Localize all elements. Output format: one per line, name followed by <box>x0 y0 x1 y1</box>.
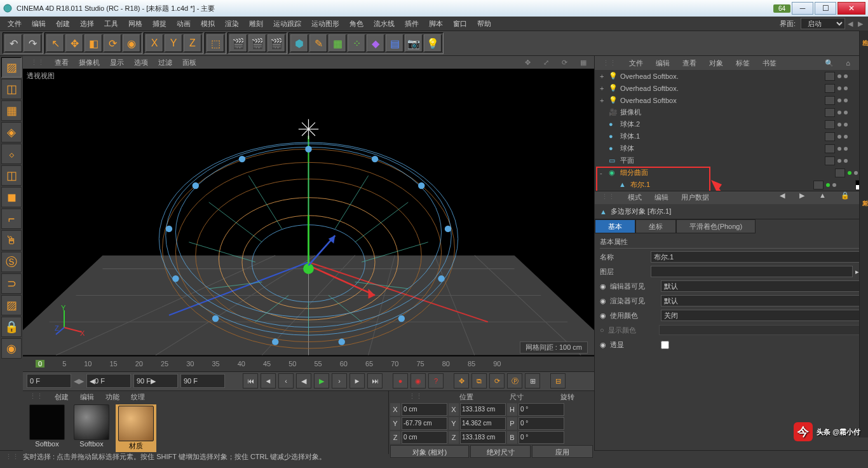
vmenu-display[interactable]: 显示 <box>105 58 129 67</box>
mm-grip-icon[interactable]: ⋮⋮ <box>24 392 48 402</box>
om-object[interactable]: 对象 <box>704 57 728 69</box>
mm-tex[interactable]: 纹理 <box>126 392 150 402</box>
size-z-input[interactable] <box>460 431 506 444</box>
move-tool[interactable]: ✥ <box>65 34 83 52</box>
tab-coord[interactable]: 坐标 <box>635 219 676 233</box>
menu-mesh[interactable]: 网格 <box>123 18 147 30</box>
tree-row[interactable]: ●球体.1 <box>595 130 868 142</box>
pos-y-input[interactable] <box>402 417 447 430</box>
next-key-button[interactable]: ► <box>349 373 365 389</box>
xray-checkbox[interactable] <box>661 341 669 349</box>
menu-edit[interactable]: 编辑 <box>27 18 51 30</box>
tree-row[interactable]: +💡Overhead Softbox.⋮ <box>595 70 868 82</box>
timeline[interactable]: 0510 152025 303540 455055 606570 758085 … <box>23 356 594 371</box>
magnet-button[interactable]: ⊃ <box>1 273 22 294</box>
mm-create[interactable]: 创建 <box>50 392 74 402</box>
select-vis-button[interactable]: ▨ <box>1 295 22 315</box>
vmenu-view[interactable]: 查看 <box>50 58 74 67</box>
menu-plugin[interactable]: 插件 <box>400 18 424 30</box>
axis-x-button[interactable]: X <box>146 34 163 52</box>
render-pv-button[interactable]: 🎬 <box>248 34 266 52</box>
timeline-button[interactable]: ⊟ <box>550 373 566 389</box>
material-item[interactable]: 材质 <box>116 404 156 452</box>
play-button[interactable]: ▶ <box>314 373 329 389</box>
menu-anim[interactable]: 动画 <box>172 18 196 30</box>
current-frame[interactable]: 0 F <box>27 374 71 388</box>
tab-basic[interactable]: 基本 <box>595 219 635 233</box>
snap-button[interactable]: Ⓢ <box>1 252 22 272</box>
tree-row[interactable]: +💡Overhead Softbox.⋮ <box>595 82 868 94</box>
start-frame[interactable]: 0 F <box>95 377 105 385</box>
om-view[interactable]: 查看 <box>677 57 702 69</box>
layout-next-icon[interactable]: ▶ <box>855 20 865 28</box>
tree-row[interactable]: ●球体.2 <box>595 118 868 130</box>
keysel-button[interactable]: ? <box>428 373 444 389</box>
vmenu-panel[interactable]: 面板 <box>177 58 201 67</box>
lock-button[interactable]: 🔒 <box>1 317 22 337</box>
record-button[interactable]: ● <box>393 373 408 389</box>
play-back-button[interactable]: ◀ <box>296 373 311 389</box>
array-button[interactable]: ⁘ <box>348 34 365 52</box>
am-edit[interactable]: 编辑 <box>648 191 675 204</box>
am-up-icon[interactable]: ▲ <box>813 190 832 200</box>
rot-p-input[interactable] <box>519 417 564 430</box>
tweak-mode-button[interactable]: 🖱 <box>1 230 22 251</box>
menu-role[interactable]: 角色 <box>344 18 369 30</box>
vp-layout-icon[interactable]: ▦ <box>575 59 592 67</box>
vmenu-filter[interactable]: 过滤 <box>153 58 177 67</box>
make-editable-button[interactable]: ▨ <box>1 57 22 78</box>
tree-row[interactable]: ▲布尔.1 <box>595 179 868 191</box>
goto-start-button[interactable]: ⏮ <box>243 373 258 389</box>
am-userdata[interactable]: 用户数据 <box>675 191 715 204</box>
menu-window[interactable]: 窗口 <box>448 18 472 30</box>
expand-icon[interactable]: + <box>600 97 606 104</box>
menu-help[interactable]: 帮助 <box>472 18 496 30</box>
last-tool[interactable]: ◉ <box>123 34 140 52</box>
render-vis-radio[interactable]: ◉ <box>600 297 606 305</box>
prev-key-button[interactable]: ◄ <box>261 373 276 389</box>
expand-icon[interactable]: - <box>600 169 606 177</box>
material-item[interactable]: Softbox <box>27 404 67 452</box>
tree-row[interactable]: ▭平面 <box>595 155 868 167</box>
layout-prev-icon[interactable]: ◀ <box>845 20 855 28</box>
om-search-icon[interactable]: 🔍 <box>820 58 839 68</box>
prev-frame-button[interactable]: ‹ <box>278 373 294 389</box>
attr-layer-input[interactable] <box>651 266 853 277</box>
menu-snap[interactable]: 捕捉 <box>147 18 172 30</box>
pen-tool-button[interactable]: ✎ <box>309 34 327 52</box>
render-view-button[interactable]: 🎬 <box>229 34 247 52</box>
axis-y-button[interactable]: Y <box>165 34 182 52</box>
menu-mtrack[interactable]: 运动跟踪 <box>268 18 306 30</box>
key-pos-button[interactable]: ✥ <box>454 373 469 389</box>
om-home-icon[interactable]: ⌂ <box>841 58 855 68</box>
menu-pipeline[interactable]: 流水线 <box>369 18 400 30</box>
rot-b-input[interactable] <box>519 431 564 444</box>
poly-mode-button[interactable]: ◼ <box>1 187 22 207</box>
menu-create[interactable]: 创建 <box>51 18 75 30</box>
render-settings-button[interactable]: 🎬 <box>268 34 285 52</box>
vp-zoom-icon[interactable]: ⤢ <box>538 59 554 67</box>
tree-row[interactable]: -◉细分曲面 <box>595 167 868 179</box>
coord-system-button[interactable]: ⬚ <box>207 34 224 52</box>
pos-x-input[interactable] <box>402 403 447 416</box>
edge-mode-button[interactable]: ◫ <box>1 165 22 186</box>
attr-name-input[interactable] <box>651 251 868 263</box>
vp-rotate-icon[interactable]: ⟳ <box>557 59 573 67</box>
menu-sim[interactable]: 模拟 <box>196 18 220 30</box>
om-tags[interactable]: 标签 <box>731 57 755 69</box>
axis-z-button[interactable]: Z <box>184 34 201 52</box>
camera-button[interactable]: 📷 <box>405 34 423 52</box>
next-frame-button[interactable]: › <box>332 373 347 389</box>
autokey-button[interactable]: ◉ <box>410 373 426 389</box>
deformer-button[interactable]: ◆ <box>367 34 384 52</box>
menu-file[interactable]: 文件 <box>3 18 27 30</box>
key-param-button[interactable]: Ⓟ <box>507 373 522 389</box>
vmenu-grip-icon[interactable]: ⋮⋮ <box>25 59 50 67</box>
size-x-input[interactable] <box>460 403 506 416</box>
am-back-icon[interactable]: ◀ <box>773 190 791 200</box>
minimize-button[interactable]: ─ <box>792 2 813 15</box>
floor-button[interactable]: ▤ <box>386 34 403 52</box>
rotate-tool[interactable]: ⟳ <box>104 34 121 52</box>
menu-render[interactable]: 渲染 <box>220 18 244 30</box>
key-scale-button[interactable]: ⧉ <box>471 373 487 389</box>
